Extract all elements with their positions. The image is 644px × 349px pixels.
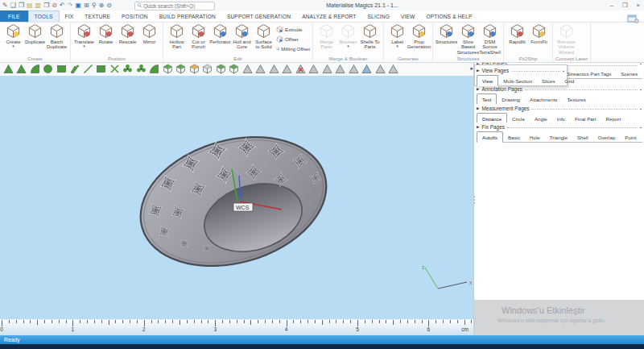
- mark-plane-icon[interactable]: [16, 64, 27, 75]
- slice-based-structures-button[interactable]: Slice Based Structures: [457, 23, 479, 55]
- open-project-icon[interactable]: ▤: [27, 0, 33, 10]
- view-pages-header[interactable]: ▶View Pages▪: [477, 66, 565, 75]
- expand-arrow-icon[interactable]: ▶: [477, 87, 479, 91]
- expand-arrow-icon[interactable]: ▶: [477, 106, 479, 110]
- translate-button[interactable]: Translate▾: [73, 23, 95, 49]
- section-view-icon[interactable]: [215, 64, 226, 75]
- expand-arrow-icon[interactable]: ▶: [477, 125, 479, 129]
- zoom-out-icon[interactable]: ⊖: [106, 0, 112, 10]
- batch-duplicate-button[interactable]: Batch Duplicate: [46, 23, 68, 50]
- menu-tab-texture[interactable]: TEXTURE: [79, 10, 116, 22]
- tab-shell[interactable]: Shell: [572, 132, 593, 142]
- mark-brush-icon[interactable]: [69, 64, 80, 75]
- menu-tab-file[interactable]: FILE: [0, 10, 28, 22]
- menu-tab-build-preparation[interactable]: BUILD PREPARATION: [154, 10, 221, 22]
- hull-and-core-button[interactable]: Hull and Core: [231, 23, 253, 50]
- mark-flower-icon[interactable]: [122, 64, 134, 75]
- expand-arrow-icon[interactable]: ▶: [477, 69, 479, 73]
- tab-autofix[interactable]: Autofix: [477, 131, 503, 143]
- tab-view[interactable]: View: [477, 75, 498, 86]
- dock-options-icon[interactable]: ▪: [563, 69, 564, 73]
- mark-curved-surface-icon[interactable]: [29, 64, 40, 75]
- dsm-somos-tetrashell-button[interactable]: DSM Somos TetraShell: [479, 23, 501, 55]
- tab-basic[interactable]: Basic: [503, 132, 525, 142]
- rescale-button[interactable]: Rescale: [117, 23, 138, 44]
- create-button[interactable]: Create▾: [2, 23, 24, 49]
- mark-shell-icon[interactable]: [43, 64, 54, 75]
- tab-slices[interactable]: Slices: [537, 76, 560, 85]
- mark-freeform-icon[interactable]: [82, 64, 93, 75]
- dropdown-arrow-icon[interactable]: ▾: [347, 44, 349, 48]
- fix-gaps-icon[interactable]: [335, 64, 346, 75]
- fix-blue-icon[interactable]: [361, 64, 373, 75]
- zoom-in-icon[interactable]: ⊕: [99, 0, 105, 10]
- duplicate-button[interactable]: Duplicate: [24, 23, 46, 44]
- pin-ribbon-icon[interactable]: [627, 12, 639, 27]
- tab-text[interactable]: Text: [477, 93, 497, 105]
- close-button[interactable]: ×: [637, 2, 640, 9]
- structures-button[interactable]: Structures: [436, 23, 457, 44]
- panel-splitter-grip[interactable]: [473, 196, 475, 207]
- mark-rectangle-icon[interactable]: [96, 64, 107, 75]
- restore-button[interactable]: ❐: [622, 2, 628, 9]
- minimize-button[interactable]: –: [610, 2, 613, 9]
- viewport-3d[interactable]: WCS z x cm 0123456: [0, 76, 473, 335]
- tab-textures[interactable]: Textures: [562, 94, 590, 104]
- dock-options-icon[interactable]: ▪: [640, 106, 642, 111]
- prop-generation-button[interactable]: Prop Generation: [408, 23, 430, 50]
- extrude-button[interactable]: Extrude: [276, 25, 310, 34]
- surface-to-solid-button[interactable]: Surface to Solid: [253, 23, 275, 50]
- ghost-view-icon[interactable]: [202, 64, 213, 75]
- menu-tab-options-help[interactable]: OPTIONS & HELP: [420, 10, 477, 22]
- fix-normals-icon[interactable]: [255, 64, 266, 75]
- edit-icon[interactable]: ✎: [2, 0, 8, 10]
- save-project-icon[interactable]: ▥: [35, 0, 42, 10]
- fix-triangle-icon[interactable]: [242, 64, 253, 75]
- tab-triangle[interactable]: Triangle: [545, 132, 572, 142]
- rotate-button[interactable]: Rotate: [95, 23, 117, 44]
- tab-drawing[interactable]: Drawing: [497, 94, 525, 104]
- shaded-view-icon[interactable]: [175, 64, 187, 75]
- label-button[interactable]: Label▾: [386, 23, 408, 49]
- fix-delete-icon[interactable]: [295, 64, 306, 75]
- new-part-icon[interactable]: ❏: [10, 0, 16, 10]
- grid-view-icon[interactable]: ⊞: [84, 0, 89, 10]
- undo-icon[interactable]: ↶: [60, 0, 65, 10]
- mark-window-icon[interactable]: [56, 64, 67, 75]
- import-part-icon[interactable]: ❒: [43, 0, 49, 10]
- tab-hole[interactable]: Hole: [525, 132, 545, 142]
- dropdown-arrow-icon[interactable]: ▾: [83, 44, 85, 48]
- tab-scenes[interactable]: Scenes: [616, 69, 642, 78]
- menu-tab-analyze-report[interactable]: ANALYZE & REPORT: [296, 10, 361, 22]
- fix-plane-icon[interactable]: [374, 64, 386, 75]
- solid-view-icon[interactable]: [229, 64, 240, 75]
- menu-tab-tools[interactable]: TOOLS: [28, 10, 60, 22]
- search-input[interactable]: [143, 3, 212, 9]
- wire-view-icon[interactable]: [188, 64, 200, 75]
- ring-model[interactable]: WCS: [113, 121, 370, 298]
- mark-flower2-icon[interactable]: [135, 64, 147, 75]
- mark-cross-icon[interactable]: [109, 64, 120, 75]
- tab-point[interactable]: Point: [620, 132, 641, 142]
- mark-triangle-icon[interactable]: [2, 64, 14, 75]
- redo-icon[interactable]: ↷: [68, 0, 73, 10]
- duplicate-part-icon[interactable]: ❐: [19, 0, 24, 10]
- zoom-icon[interactable]: ⚲: [92, 0, 97, 10]
- formfit-button[interactable]: FormFit: [528, 23, 550, 44]
- tab-attachments[interactable]: Attachments: [525, 94, 562, 104]
- menu-tab-position[interactable]: POSITION: [116, 10, 154, 22]
- menu-tab-fix[interactable]: FIX: [60, 10, 80, 22]
- tab-grid[interactable]: Grid: [560, 76, 580, 85]
- view-cube-icon[interactable]: ▣: [75, 0, 81, 10]
- measurement-pages-header[interactable]: ▶Measurement Pages▪: [477, 104, 642, 113]
- menu-tab-slicing[interactable]: SLICING: [362, 10, 395, 22]
- dock-options-icon[interactable]: ▪: [640, 125, 642, 130]
- fix-stitch-icon[interactable]: [268, 64, 279, 75]
- offset-button[interactable]: Offset: [276, 35, 310, 44]
- dropdown-arrow-icon[interactable]: ▾: [396, 44, 398, 48]
- menu-tab-view[interactable]: VIEW: [395, 10, 420, 22]
- fix-last-icon[interactable]: [388, 64, 399, 75]
- unify-view-icon[interactable]: [162, 64, 173, 75]
- disable-icon[interactable]: ⊘: [52, 0, 57, 10]
- dropdown-arrow-icon[interactable]: ▾: [12, 44, 14, 48]
